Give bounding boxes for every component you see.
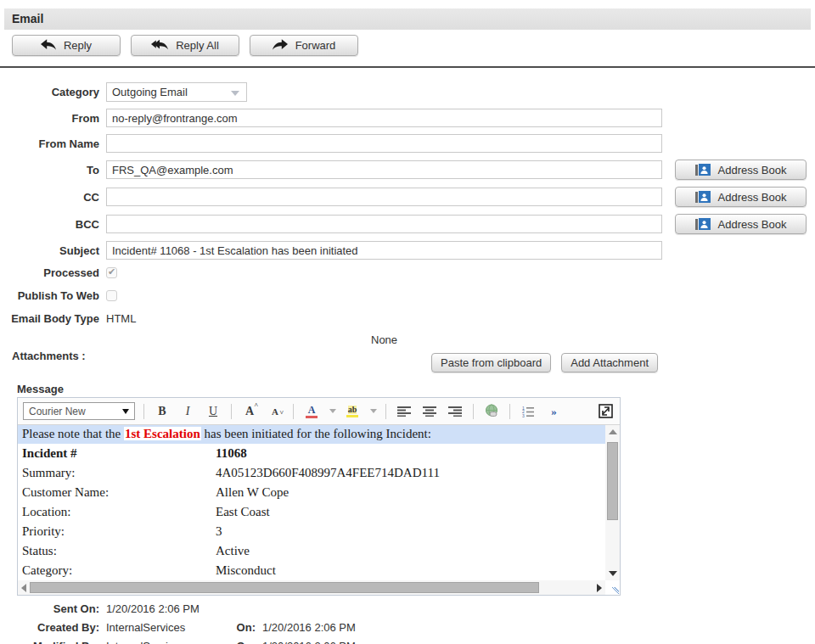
bcc-label: BCC: [0, 218, 99, 231]
message-row-label: Category:: [22, 563, 216, 578]
message-body[interactable]: Please note that the 1st Escalation has …: [18, 425, 620, 595]
vertical-scrollbar[interactable]: [605, 425, 620, 580]
from-input[interactable]: [106, 109, 662, 127]
from-name-input[interactable]: [106, 134, 662, 153]
address-book-label: Address Book: [718, 218, 787, 231]
message-row: Incident # 11068: [18, 444, 605, 463]
message-row-label: Priority:: [22, 524, 216, 539]
toolbar-divider: [143, 404, 144, 419]
address-book-icon: [695, 164, 711, 176]
add-attachment-button[interactable]: Add Attachment: [561, 353, 658, 372]
toolbar-divider: [293, 404, 294, 419]
cc-address-book-button[interactable]: Address Book: [675, 187, 807, 207]
audit-footer: Sent On: 1/20/2016 2:06 PM Created By: I…: [0, 602, 815, 644]
scroll-left-icon[interactable]: [21, 584, 26, 592]
reply-button[interactable]: Reply: [12, 35, 121, 56]
page-header: Email: [4, 8, 811, 30]
forward-label: Forward: [295, 39, 336, 52]
scroll-right-icon[interactable]: [597, 584, 602, 592]
caret-down-icon: ˅: [279, 409, 284, 417]
insert-link-icon[interactable]: [482, 402, 501, 421]
email-body-type-row: Email Body Type HTML: [0, 312, 815, 325]
action-toolbar: Reply Reply All Forward: [12, 35, 815, 56]
message-row: Location: East Coast: [18, 502, 605, 522]
to-input[interactable]: [106, 160, 662, 179]
font-color-dropdown-icon[interactable]: [329, 409, 336, 413]
horizontal-scroll-thumb[interactable]: [30, 582, 539, 593]
forward-button[interactable]: Forward: [250, 35, 358, 56]
toolbar-divider: [385, 404, 386, 419]
resize-grip-icon[interactable]: [612, 587, 619, 594]
cc-input[interactable]: [106, 188, 662, 206]
subject-row: Subject: [0, 241, 815, 260]
subject-input[interactable]: [106, 241, 662, 260]
message-editor: Courier New B I U A˄ A˅ A ab 123: [17, 397, 621, 596]
processed-checkbox[interactable]: [106, 267, 117, 278]
attachments-section: None Attachments : Paste from clipboard …: [0, 328, 815, 378]
modified-by-value: InternalServices: [106, 640, 232, 644]
decrease-font-button[interactable]: A˅: [266, 402, 284, 421]
expand-editor-button[interactable]: [596, 402, 615, 421]
publish-to-web-label: Publish To Web: [0, 289, 99, 302]
reply-all-button[interactable]: Reply All: [131, 35, 239, 56]
to-label: To: [0, 164, 99, 176]
highlight-icon: ab: [346, 406, 358, 417]
toolbar-divider: [231, 404, 232, 419]
message-row: Summary: 4A05123D660F408997A4FEE714DAD11…: [18, 463, 605, 483]
message-rows: Incident # 11068 Summary: 4A05123D660F40…: [18, 444, 605, 580]
chevron-down-icon: [122, 409, 129, 414]
address-book-icon: [695, 191, 711, 203]
font-family-dropdown[interactable]: Courier New: [23, 402, 135, 420]
bold-button[interactable]: B: [153, 402, 171, 421]
category-label: Category: [0, 86, 99, 98]
intro-line: Please note that the 1st Escalation has …: [18, 425, 605, 444]
escalation-highlight: 1st Escalation: [124, 427, 201, 440]
reply-all-label: Reply All: [176, 39, 219, 52]
bcc-input[interactable]: [106, 215, 662, 233]
font-color-icon: A: [306, 405, 318, 418]
created-on-label: On:: [232, 621, 256, 634]
from-row: From: [0, 109, 815, 127]
attachments-label: Attachments :: [12, 350, 86, 362]
page-title: Email: [12, 12, 43, 25]
underline-button[interactable]: U: [204, 402, 222, 421]
bcc-address-book-button[interactable]: Address Book: [675, 214, 807, 234]
italic-button[interactable]: I: [178, 402, 197, 421]
align-left-button[interactable]: [395, 402, 413, 421]
publish-to-web-row: Publish To Web: [0, 289, 815, 302]
message-row-label: Customer Name:: [22, 485, 216, 500]
highlight-dropdown-icon[interactable]: [370, 409, 377, 413]
more-tools-button[interactable]: »: [544, 402, 563, 421]
numbered-list-button[interactable]: 123: [519, 402, 537, 421]
from-name-row: From Name: [0, 134, 815, 153]
reply-label: Reply: [64, 39, 92, 52]
from-label: From: [0, 112, 99, 125]
highlight-button[interactable]: ab: [343, 402, 362, 421]
reply-all-icon: [151, 39, 168, 53]
font-color-button[interactable]: A: [302, 402, 321, 421]
email-form: Category Outgoing Email From From Name T…: [0, 82, 815, 378]
created-on-value: 1/20/2016 2:06 PM: [262, 621, 356, 634]
align-right-button[interactable]: [446, 402, 464, 421]
message-content: Please note that the 1st Escalation has …: [18, 425, 605, 580]
vertical-scroll-thumb[interactable]: [607, 442, 618, 520]
email-body-type-value: HTML: [106, 312, 136, 325]
created-by-value: InternalServices: [106, 621, 232, 634]
header-divider: [0, 66, 815, 68]
increase-font-button[interactable]: A˄: [240, 402, 259, 421]
sent-on-label: Sent On:: [0, 602, 99, 615]
scroll-down-icon[interactable]: [609, 571, 617, 576]
to-address-book-button[interactable]: Address Book: [675, 160, 807, 180]
scroll-up-icon[interactable]: [609, 429, 617, 434]
forward-icon: [273, 39, 288, 53]
chevron-down-icon: [231, 91, 239, 96]
paste-from-clipboard-button[interactable]: Paste from clipboard: [431, 353, 551, 372]
modified-on-label: On:: [232, 640, 256, 644]
cc-label: CC: [0, 191, 99, 204]
category-value: Outgoing Email: [112, 86, 188, 98]
horizontal-scrollbar[interactable]: [18, 580, 605, 595]
message-row-value: 3: [216, 524, 222, 539]
category-dropdown[interactable]: Outgoing Email: [106, 82, 247, 102]
publish-to-web-checkbox[interactable]: [106, 290, 117, 301]
align-center-button[interactable]: [420, 402, 439, 421]
